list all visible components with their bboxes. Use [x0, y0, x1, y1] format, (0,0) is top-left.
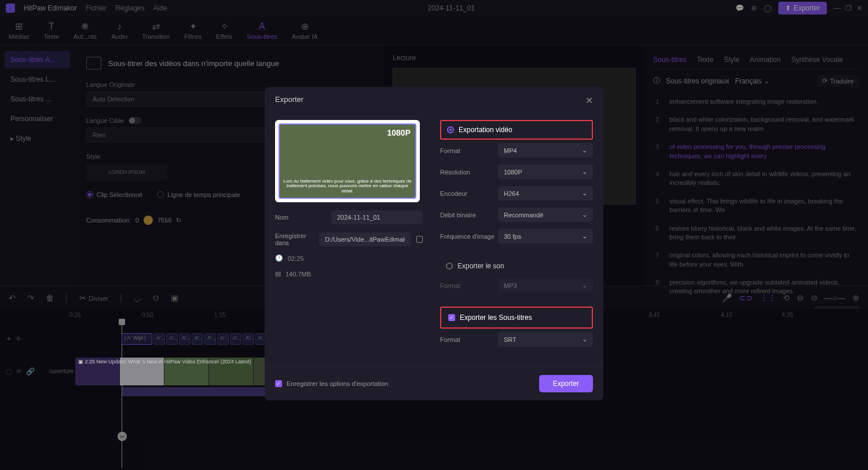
save-label: Enregistrer dans — [275, 232, 313, 246]
subtitle-export-checkbox[interactable]: ✓ Exporter les Sous-titres — [440, 307, 593, 329]
preview-subtitle: Lors du traitement vidéo pour vous, grâc… — [280, 178, 415, 195]
audio-format-select: MP3⌄ — [498, 278, 593, 293]
save-options-checkbox[interactable]: ✓ Enregistrer les options d'exportation — [275, 380, 388, 387]
framerate-select[interactable]: 30 fps⌄ — [498, 229, 593, 243]
save-path-input[interactable] — [319, 232, 411, 246]
preview-quality: 1080P — [387, 128, 411, 137]
filesize-value: 140.7MB — [285, 271, 311, 278]
name-label: Nom — [275, 214, 325, 221]
resolution-label: Résolution — [440, 169, 498, 176]
encoder-label: Encodeur — [440, 190, 498, 197]
resolution-select[interactable]: 1080P⌄ — [498, 165, 593, 179]
name-input[interactable] — [331, 210, 423, 224]
file-icon: ▤ — [275, 270, 281, 278]
duration-value: 02:25 — [288, 255, 304, 262]
modal-export-button[interactable]: Exporter — [539, 375, 593, 392]
modal-close-button[interactable]: ✕ — [585, 95, 593, 106]
format-select[interactable]: MP4⌄ — [498, 143, 593, 158]
subtitle-format-label: Format — [440, 336, 498, 343]
bitrate-label: Débit binaire — [440, 212, 498, 218]
format-label: Format — [440, 147, 498, 154]
modal-overlay: Exporter ✕ 1080P Lors du traitement vidé… — [0, 0, 868, 470]
audio-format-label: Format — [440, 282, 498, 289]
browse-folder-icon[interactable] — [416, 236, 423, 243]
encoder-select[interactable]: H264⌄ — [498, 186, 593, 201]
clock-icon: 🕐 — [275, 254, 283, 262]
video-export-radio[interactable]: Exportation vidéo — [440, 120, 593, 140]
audio-export-radio[interactable]: Exporter le son — [440, 257, 593, 275]
modal-title: Exporter — [275, 95, 303, 106]
export-preview: 1080P Lors du traitement vidéo pour vous… — [275, 120, 420, 202]
framerate-label: Fréquence d'image — [440, 233, 498, 240]
subtitle-format-select[interactable]: SRT⌄ — [498, 332, 593, 347]
export-modal: Exporter ✕ 1080P Lors du traitement vidé… — [265, 87, 603, 400]
video-clip-label: ▣ 2:25 New Update! What 's New in HitPaw… — [78, 359, 251, 365]
bitrate-select[interactable]: Recommandé⌄ — [498, 207, 593, 222]
